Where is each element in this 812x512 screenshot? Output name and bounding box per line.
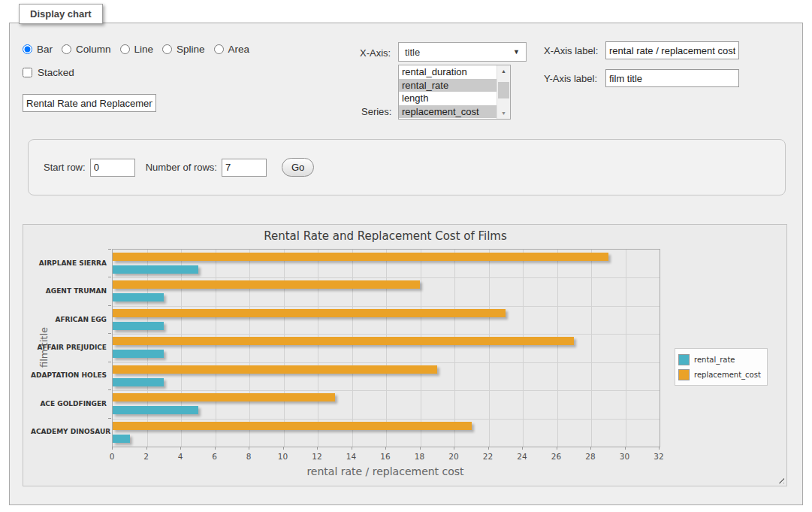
chart-title-input[interactable] [23, 94, 156, 112]
listbox-scrollbar[interactable]: ▲ ▼ [497, 65, 510, 119]
x-tick-mark [283, 447, 284, 450]
x-tick-mark [522, 447, 523, 450]
chart-type-option-spline: Spline [162, 44, 205, 55]
series-option-replacement_cost[interactable]: replacement_cost [399, 105, 497, 119]
gridline-horizontal [113, 277, 660, 278]
x-axis-select[interactable]: title ▼ [398, 42, 527, 62]
start-row-label: Start row: [44, 162, 86, 173]
y-tick-mark [108, 389, 111, 390]
x-tick-label: 22 [477, 452, 500, 461]
chart-type-label: Area [228, 44, 250, 55]
x-tick-mark [352, 447, 352, 450]
gridline-vertical [523, 250, 524, 447]
bar-replacement_cost [113, 309, 506, 317]
x-tick-mark [215, 447, 216, 450]
x-tick-mark [557, 447, 557, 450]
x-tick-label: 28 [579, 452, 602, 461]
category-label: ADAPTATION HOLES [31, 371, 107, 379]
chart-type-radio-line[interactable] [120, 44, 130, 54]
x-tick-mark [112, 447, 113, 450]
category-label: AGENT TRUMAN [31, 287, 107, 295]
x-tick-label: 4 [169, 452, 192, 461]
chart-type-radio-spline[interactable] [162, 44, 172, 54]
chart-type-label: Line [134, 44, 154, 55]
gridline-horizontal [113, 306, 660, 307]
num-rows-label: Number of rows: [146, 162, 217, 173]
resize-grip-icon[interactable] [776, 475, 784, 483]
x-tick-mark [420, 447, 421, 450]
chart-type-option-bar: Bar [23, 44, 53, 55]
x-tick-mark [180, 447, 181, 450]
chart-type-radio-bar[interactable] [23, 44, 32, 54]
gridline-horizontal [113, 362, 660, 363]
x-tick-label: 20 [442, 452, 465, 461]
x-tick-label: 10 [272, 452, 294, 461]
plot-area [112, 249, 660, 447]
x-tick-mark [385, 447, 386, 450]
stacked-checkbox[interactable] [23, 68, 32, 77]
scroll-up-icon[interactable]: ▲ [497, 65, 510, 77]
gridline-vertical [591, 250, 592, 447]
gridline-vertical [249, 250, 250, 447]
bar-replacement_cost [113, 253, 608, 261]
x-tick-mark [659, 447, 660, 450]
gridline-vertical [489, 250, 490, 447]
x-tick-mark [454, 447, 454, 450]
num-rows-input[interactable] [222, 159, 267, 177]
series-option-length[interactable]: length [399, 92, 497, 105]
chart-type-radio-column[interactable] [62, 44, 71, 54]
category-label: ACE GOLDFINGER [31, 400, 107, 407]
bar-replacement_cost [113, 393, 335, 401]
x-tick-label: 14 [340, 452, 363, 461]
x-axis-label-input[interactable] [605, 41, 739, 59]
gridline-horizontal [113, 390, 660, 391]
bar-rental_rate [113, 378, 164, 386]
x-tick-label: 8 [237, 452, 260, 461]
scrollbar-thumb[interactable] [498, 82, 509, 98]
category-label: ACADEMY DINOSAUR [31, 428, 107, 435]
bar-rental_rate [113, 435, 130, 443]
x-tick-label: 0 [101, 452, 123, 461]
chart-type-radio-area[interactable] [214, 44, 224, 54]
x-tick-label: 16 [374, 452, 397, 461]
x-tick-label: 12 [306, 452, 328, 461]
y-axis-label-input[interactable] [605, 69, 739, 87]
chart-type-option-column: Column [62, 44, 111, 55]
category-label: AFRICAN EGG [31, 316, 107, 323]
y-tick-mark [108, 333, 111, 334]
gridline-vertical [181, 250, 182, 447]
gridline-vertical [454, 250, 455, 447]
x-tick-label: 6 [204, 452, 226, 461]
category-label: AIRPLANE SIERRA [31, 259, 107, 267]
gridline-vertical [284, 250, 285, 447]
series-option-rental_rate[interactable]: rental_rate [399, 79, 497, 92]
start-row-input[interactable] [90, 159, 135, 177]
series-options: rental_durationrental_ratelengthreplacem… [399, 65, 497, 118]
series-listbox[interactable]: rental_durationrental_ratelengthreplacem… [398, 65, 511, 120]
x-tick-label: 24 [511, 452, 533, 461]
y-tick-mark [108, 362, 111, 362]
category-label: AFFAIR PREJUDICE [31, 344, 107, 351]
bar-rental_rate [113, 293, 164, 301]
scroll-down-icon[interactable]: ▼ [497, 108, 510, 119]
legend-row: rental_rate [678, 352, 761, 367]
chart-legend: rental_ratereplacement_cost [675, 348, 768, 386]
go-button[interactable]: Go [282, 158, 314, 177]
x-tick-mark [249, 447, 249, 450]
chart-type-option-line: Line [120, 44, 154, 55]
stacked-row: Stacked [23, 67, 74, 78]
gridline-vertical [557, 250, 558, 447]
legend-row: replacement_cost [678, 367, 761, 382]
panel-tab-title: Display chart [19, 4, 103, 24]
gridline-horizontal [113, 419, 660, 420]
y-tick-mark [108, 277, 111, 277]
gridline-vertical [352, 250, 353, 447]
chart-type-label: Column [76, 44, 111, 55]
series-option-rental_duration[interactable]: rental_duration [399, 65, 497, 79]
gridline-vertical [318, 250, 318, 447]
x-tick-label: 26 [545, 452, 568, 461]
chart-type-label: Spline [177, 44, 205, 55]
x-tick-mark [146, 447, 147, 450]
bar-rental_rate [113, 322, 164, 330]
bar-replacement_cost [113, 337, 574, 345]
